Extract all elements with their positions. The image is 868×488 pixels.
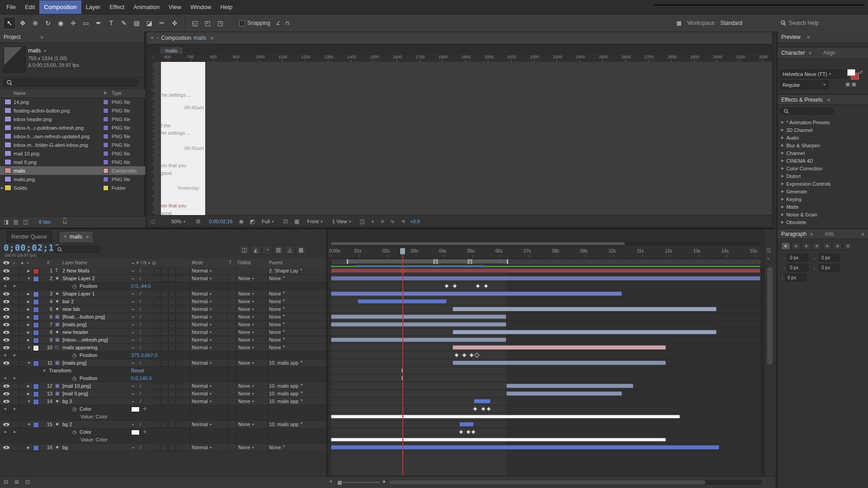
project-panel-header[interactable]: Project ≡ [0, 32, 144, 43]
timeline-zoom-slider[interactable] [338, 482, 380, 483]
parent-dropdown[interactable]: None▼ [269, 306, 316, 312]
effects-category[interactable]: ▶CINEMA 4D [778, 157, 868, 164]
tab-align[interactable]: Align [823, 50, 835, 56]
zoom-tool-icon[interactable]: ⊕ [29, 17, 41, 29]
snap-edges-icon[interactable]: ∠ [274, 19, 283, 27]
menu-edit[interactable]: Edit [20, 0, 39, 14]
exposure-value[interactable]: +0.0 [410, 219, 420, 224]
collapse-switch-icon[interactable]: ◒ [132, 322, 134, 327]
indent-value[interactable]: 0 px [819, 254, 840, 262]
project-item-row[interactable]: mails.pngPNG file [0, 175, 145, 183]
mode-dropdown[interactable]: Normal▼ [192, 345, 222, 350]
collapse-switch-icon[interactable]: ◒ [132, 276, 134, 281]
lock-toggle-cell[interactable] [19, 399, 26, 405]
keyframe-icon[interactable] [466, 429, 471, 434]
column-t[interactable]: T [229, 260, 231, 265]
audio-toggle-cell[interactable] [12, 329, 19, 336]
property-value[interactable]: 0.0,140.5 [131, 375, 152, 381]
show-channel-icon[interactable]: ◩ [250, 218, 255, 225]
quality-switch-icon[interactable]: / [140, 337, 141, 343]
layer-switch-cell[interactable] [168, 422, 175, 428]
layer-switch-cell[interactable] [175, 360, 183, 366]
indent-value[interactable]: 0 px [788, 264, 808, 272]
layer-switch-cell[interactable] [175, 391, 183, 397]
effects-category[interactable]: ▶Obsolete [778, 218, 868, 226]
item-name[interactable]: inbox-h...own-refresh-updated.png [14, 134, 99, 139]
swatch-options-icon[interactable]: ✛ [143, 429, 146, 434]
quality-switch-icon[interactable]: / [140, 360, 141, 366]
column-layer-name[interactable]: Layer Name [62, 260, 87, 265]
magnification-dropdown[interactable]: 50%▼ [171, 219, 186, 224]
layer-name[interactable]: 2 New Mails [62, 268, 128, 273]
menu-layer[interactable]: Layer [81, 0, 105, 14]
layer-switch-cell[interactable] [175, 276, 183, 282]
zoom-out-mountain-icon[interactable]: ▲ [329, 479, 333, 483]
collapse-switch-icon[interactable]: ◒ [132, 445, 134, 450]
layer-switch-cell[interactable] [154, 314, 161, 320]
item-name[interactable]: mails.png [14, 177, 99, 182]
stopwatch-icon[interactable]: ◷ [72, 429, 77, 435]
comp-marker-bin-icon[interactable]: ◔ [766, 256, 769, 262]
panel-menu-icon[interactable]: ≡ [40, 34, 43, 40]
pan-behind-tool-icon[interactable]: ✛ [67, 17, 79, 29]
proxy-icon[interactable]: ▥ [13, 219, 18, 225]
quality-switch-icon[interactable]: / [140, 306, 141, 312]
visibility-toggle-eye-icon[interactable] [3, 346, 9, 349]
mode-dropdown[interactable]: Normal▼ [192, 337, 222, 343]
visibility-toggle-eye-icon[interactable] [3, 385, 9, 388]
effects-category[interactable]: ▶Distort [778, 172, 868, 180]
faux-styles-icons[interactable]: ▣ ▣ [845, 81, 856, 87]
keyframe-icon[interactable] [452, 283, 457, 288]
layer-expander-icon[interactable]: ▶ [27, 446, 30, 450]
item-label-color[interactable] [103, 151, 108, 156]
project-item-row[interactable]: inbox-h...own-refresh-updated.pngPNG fil… [0, 132, 145, 141]
item-name[interactable]: mail 10.png [14, 151, 99, 156]
project-item-row[interactable]: floating-action-button.pngPNG file [0, 106, 145, 115]
layer-duration-bar[interactable] [506, 391, 622, 396]
visibility-toggle-eye-icon[interactable] [3, 331, 9, 334]
quality-switch-icon[interactable]: / [140, 314, 141, 319]
parent-dropdown[interactable]: 10. mails app▼ [269, 383, 316, 389]
panel-menu-icon[interactable]: ≡ [211, 35, 213, 41]
viewer-tab-mails[interactable]: mails [160, 47, 183, 54]
layer-switch-cell[interactable] [154, 322, 161, 328]
draft-3d-icon[interactable]: ◭ [251, 245, 261, 254]
composition-tab-name[interactable]: mails [193, 35, 206, 41]
layer-label-color[interactable] [33, 361, 39, 366]
menu-animation[interactable]: Animation [129, 0, 164, 14]
layer-expander-icon[interactable]: ▶ [27, 384, 30, 388]
parent-dropdown[interactable]: None▼ [269, 345, 316, 350]
current-time-display[interactable]: 0;00;02;16 [4, 243, 60, 253]
layer-switch-cell[interactable] [168, 345, 175, 351]
indent-field[interactable]: ←0 px [813, 264, 840, 272]
quality-switch-icon[interactable]: / [140, 399, 141, 404]
layer-switch-cell[interactable] [161, 322, 168, 328]
layer-switch-cell[interactable] [175, 268, 183, 274]
transparency-grid-icon[interactable]: ▦ [294, 218, 299, 225]
layer-switch-cell[interactable] [175, 399, 183, 405]
toggle-switches-pane-icon[interactable]: ⊟ [4, 479, 8, 485]
lock-toggle-cell[interactable] [19, 445, 26, 451]
audio-toggle-cell[interactable] [12, 337, 19, 343]
collapse-switch-icon[interactable]: ◒ [132, 422, 134, 427]
playhead-line[interactable] [402, 247, 403, 475]
layer-name[interactable]: Shape Layer 2 [62, 276, 128, 281]
item-info-dropdown-arrow-icon[interactable]: ▼ [43, 49, 47, 52]
axis-view-icon[interactable]: ◳ [214, 17, 226, 29]
item-name[interactable]: Solids [14, 185, 99, 191]
mode-dropdown[interactable]: Normal▼ [192, 329, 222, 335]
item-label-color[interactable] [103, 125, 108, 131]
bit-depth-button[interactable]: 8 bpc [39, 219, 51, 225]
fill-color-swatch[interactable] [847, 69, 855, 76]
layer-switch-cell[interactable] [168, 391, 175, 397]
lock-toggle-cell[interactable] [19, 306, 26, 313]
project-item-row[interactable]: ▶SolidsFolder [0, 183, 145, 192]
justify-all-button[interactable]: ≡ [844, 242, 853, 250]
item-label-color[interactable] [103, 117, 108, 122]
next-keyframe-icon[interactable]: ▶ [14, 353, 16, 357]
keyframe-icon[interactable] [444, 283, 449, 288]
quality-switch-icon[interactable]: / [140, 268, 141, 273]
trkmat-dropdown[interactable]: None▼ [238, 291, 264, 296]
layer-label-color[interactable] [33, 291, 39, 297]
horizontal-scrollbar-thumb[interactable] [389, 480, 705, 484]
